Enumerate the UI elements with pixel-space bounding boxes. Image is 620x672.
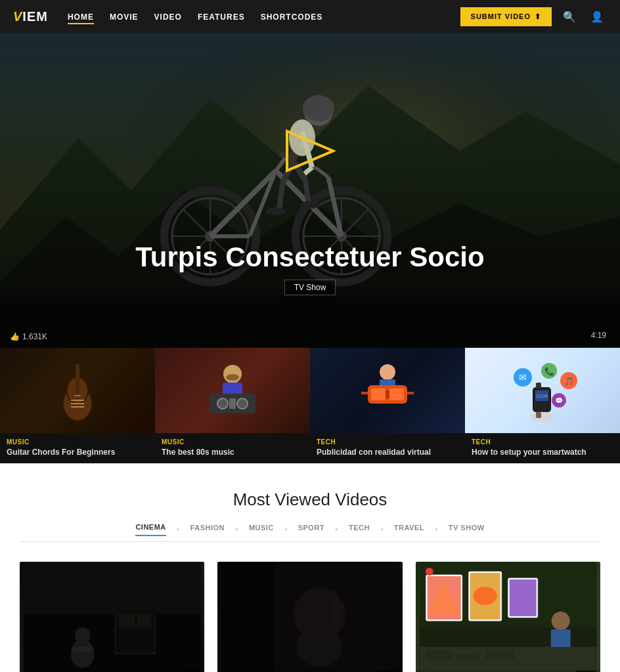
thumb-item-1[interactable]: MUSIC The best 80s music xyxy=(155,348,310,463)
svg-line-37 xyxy=(305,180,309,203)
hero-play-button[interactable] xyxy=(284,128,336,177)
svg-point-77 xyxy=(530,411,554,422)
video-thumb-2: 👍 1.624K 2:26 xyxy=(416,562,600,672)
svg-point-92 xyxy=(333,588,340,634)
svg-point-52 xyxy=(237,398,248,409)
svg-rect-53 xyxy=(229,398,236,409)
thumb-info-0: MUSIC Guitar Chords For Beginners xyxy=(0,433,155,463)
tab-fashion[interactable]: FASHION xyxy=(190,524,225,536)
svg-rect-75 xyxy=(536,383,541,388)
svg-point-38 xyxy=(266,207,286,215)
tab-tech[interactable]: TECH xyxy=(349,524,370,536)
navbar: VIEM HOME MOVIE VIDEO FEATURES SHORTCODE… xyxy=(0,0,620,33)
thumb-img-vr xyxy=(310,348,465,433)
tab-sport[interactable]: SPORT xyxy=(298,524,324,536)
brand-logo[interactable]: VIEM xyxy=(13,8,48,25)
hero-background xyxy=(0,33,620,348)
thumb-info-3: TECH How to setup your smartwatch xyxy=(465,433,620,463)
video-meta-bar-0: 👍 1.625K 2:38 xyxy=(20,668,204,672)
nav-home[interactable]: HOME xyxy=(68,12,94,24)
svg-point-55 xyxy=(380,364,395,380)
thumb-item-2[interactable]: TECH Publicidad con realidad virtual xyxy=(310,348,465,463)
svg-text:🎵: 🎵 xyxy=(564,376,574,386)
section-title: Most Viewed Videos xyxy=(20,490,600,510)
svg-rect-59 xyxy=(389,388,404,400)
svg-rect-86 xyxy=(24,562,201,614)
svg-point-100 xyxy=(473,587,497,605)
nav-right: SUBMIT VIDEO ⬆ 🔍 👤 xyxy=(460,7,607,26)
thumb-category-0: MUSIC xyxy=(7,438,148,446)
thumb-category-2: TECH xyxy=(317,438,458,446)
hero-title: Turpis Consectetuer Socio xyxy=(0,242,620,273)
search-icon[interactable]: 🔍 xyxy=(560,7,579,26)
submit-video-button[interactable]: SUBMIT VIDEO ⬆ xyxy=(460,7,552,26)
svg-point-51 xyxy=(217,398,228,409)
svg-rect-43 xyxy=(76,364,79,394)
hero-section: Turpis Consectetuer Socio TV Show 👍 1.63… xyxy=(0,33,620,348)
category-tabs: CINEMA ● FASHION ● MUSIC ● SPORT ● TECH … xyxy=(20,523,600,542)
hero-content: Turpis Consectetuer Socio TV Show xyxy=(0,242,620,295)
video-card-1[interactable]: 👍 1.625K 2:18 Aenean sed quam vitae lore… xyxy=(217,562,402,672)
most-viewed-section: Most Viewed Videos CINEMA ● FASHION ● MU… xyxy=(0,463,620,672)
nav-features[interactable]: FEATURES xyxy=(198,12,245,22)
svg-rect-79 xyxy=(24,614,201,672)
svg-point-39 xyxy=(300,201,320,209)
svg-point-109 xyxy=(425,568,433,576)
thumb-info-2: TECH Publicidad con realidad virtual xyxy=(310,433,465,463)
play-icon xyxy=(284,128,336,174)
tab-music[interactable]: MUSIC xyxy=(249,524,274,536)
video-card-0[interactable]: 👍 1.625K 2:38 In dapibus ex nec semper r… xyxy=(20,562,204,672)
tab-travel[interactable]: TRAVEL xyxy=(394,524,424,536)
svg-rect-82 xyxy=(73,647,93,652)
video-thumb-svg-0 xyxy=(20,562,204,672)
svg-line-20 xyxy=(210,171,276,236)
svg-rect-107 xyxy=(455,654,478,662)
svg-point-103 xyxy=(551,612,569,630)
submit-label: SUBMIT VIDEO xyxy=(471,12,531,20)
tab-cinema[interactable]: CINEMA xyxy=(135,523,166,536)
thumb-img-guitar xyxy=(0,348,155,433)
svg-text:💬: 💬 xyxy=(555,396,564,405)
svg-line-35 xyxy=(279,184,282,210)
svg-point-31 xyxy=(303,95,334,121)
svg-rect-106 xyxy=(426,650,452,660)
thumb-title-0: Guitar Chords For Beginners xyxy=(7,448,148,458)
tab-tvshow[interactable]: TV SHOW xyxy=(449,524,485,536)
svg-point-81 xyxy=(75,627,91,643)
guitar-svg xyxy=(38,358,117,423)
svg-rect-102 xyxy=(509,579,536,616)
svg-rect-58 xyxy=(371,388,386,400)
hero-duration: 4:19 xyxy=(587,329,610,341)
thumb-category-1: MUSIC xyxy=(162,438,303,446)
thumb-category-3: TECH xyxy=(472,438,613,446)
svg-rect-108 xyxy=(485,649,514,660)
video-thumb-svg-2 xyxy=(416,562,600,672)
music-svg xyxy=(193,358,272,423)
svg-rect-60 xyxy=(386,390,389,398)
thumb-title-2: Publicidad con realidad virtual xyxy=(317,448,458,458)
svg-marker-40 xyxy=(287,131,333,171)
nav-video[interactable]: VIDEO xyxy=(154,12,182,22)
nav-shortcodes[interactable]: SHORTCODES xyxy=(261,12,323,22)
user-icon[interactable]: 👤 xyxy=(587,7,607,26)
nav-links: HOME MOVIE VIDEO FEATURES SHORTCODES xyxy=(68,10,322,22)
video-thumb-svg-1 xyxy=(217,562,402,672)
video-meta-bar-1: 👍 1.625K 2:18 xyxy=(217,668,402,672)
hero-badge: TV Show xyxy=(284,280,336,295)
thumb-item-0[interactable]: MUSIC Guitar Chords For Beginners xyxy=(0,348,155,463)
video-thumb-1: 👍 1.625K 2:18 xyxy=(217,562,402,672)
svg-text:10:09: 10:09 xyxy=(536,394,548,398)
nav-movie[interactable]: MOVIE xyxy=(110,12,139,22)
svg-text:📞: 📞 xyxy=(544,366,554,376)
video-thumb-0: 👍 1.625K 2:38 xyxy=(20,562,204,672)
thumb-title-1: The best 80s music xyxy=(162,448,303,458)
svg-text:✉: ✉ xyxy=(519,372,527,383)
thumb-img-watch: ✉ 📞 🎵 💬 10:09 xyxy=(465,348,620,433)
svg-rect-62 xyxy=(407,392,414,394)
video-meta-bar-2: 👍 1.624K 2:26 xyxy=(416,668,600,672)
svg-point-80 xyxy=(71,639,95,668)
thumb-info-1: MUSIC The best 80s music xyxy=(155,433,310,463)
thumb-item-3[interactable]: ✉ 📞 🎵 💬 10:09 TECH How to se xyxy=(465,348,620,463)
video-card-2[interactable]: 👍 1.624K 2:26 Suspendisse tristique null… xyxy=(416,562,600,672)
svg-rect-91 xyxy=(221,562,274,672)
